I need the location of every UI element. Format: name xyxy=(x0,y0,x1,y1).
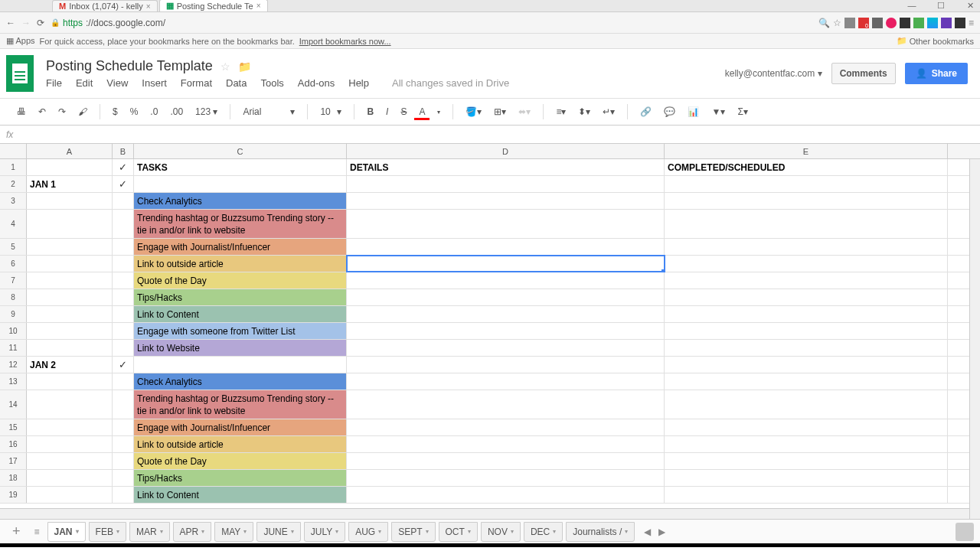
row-header[interactable]: 10 xyxy=(0,323,27,339)
cell[interactable] xyxy=(27,210,113,238)
browser-tab-gmail[interactable]: M Inbox (1,074) - kelly × xyxy=(52,0,158,11)
cell[interactable]: Engage with Journalist/Infuencer xyxy=(134,419,347,435)
apps-button[interactable]: ▦ Apps xyxy=(6,36,35,46)
ext-icon-8[interactable] xyxy=(941,18,952,28)
filter-button[interactable]: ▼▾ xyxy=(707,103,730,120)
user-account[interactable]: kelly@contentfac.com ▾ xyxy=(725,68,822,79)
cell[interactable]: Quote of the Day xyxy=(134,453,347,469)
sheet-tab-oct[interactable]: OCT▾ xyxy=(439,522,478,542)
cell[interactable] xyxy=(113,193,134,209)
cell[interactable]: Trending hashtag or Buzzsumo Trending st… xyxy=(134,210,347,238)
cell[interactable] xyxy=(113,210,134,238)
browser-tab-sheets[interactable]: ▦ Posting Schedule Te × xyxy=(159,0,268,11)
font-size-select[interactable]: 10▾ xyxy=(315,105,346,119)
cell[interactable] xyxy=(665,193,948,209)
row-header[interactable]: 2 xyxy=(0,176,27,192)
cell[interactable] xyxy=(665,210,948,238)
cell[interactable] xyxy=(665,272,948,289)
cell[interactable]: JAN 1 xyxy=(27,176,113,192)
row-header[interactable]: 7 xyxy=(0,272,27,289)
row-header[interactable]: 12 xyxy=(0,357,27,373)
row-header[interactable]: 4 xyxy=(0,210,27,238)
ext-icon-9[interactable] xyxy=(955,18,965,28)
comments-button[interactable]: Comments xyxy=(831,63,896,84)
cell[interactable]: Link to Website xyxy=(134,340,347,356)
select-all-corner[interactable] xyxy=(0,144,27,158)
cell[interactable] xyxy=(27,323,113,339)
close-icon[interactable]: × xyxy=(256,2,261,10)
star-icon[interactable]: ☆ xyxy=(833,18,841,28)
paint-format-button[interactable]: 🖌 xyxy=(74,103,92,120)
cell[interactable] xyxy=(665,289,948,305)
cell[interactable]: ✓ xyxy=(113,357,134,373)
column-header-b[interactable]: B xyxy=(113,144,134,158)
column-header-e[interactable]: E xyxy=(665,144,948,158)
ext-icon-4[interactable] xyxy=(886,18,897,28)
menu-edit[interactable]: Edit xyxy=(76,77,93,89)
row-header[interactable]: 13 xyxy=(0,373,27,390)
cell[interactable] xyxy=(113,340,134,356)
cell[interactable] xyxy=(27,193,113,209)
merge-button[interactable]: ⬌▾ xyxy=(514,103,535,120)
cell[interactable]: Link to outside article xyxy=(134,436,347,452)
cell[interactable] xyxy=(113,373,134,390)
italic-button[interactable]: I xyxy=(381,103,393,120)
sheets-logo[interactable] xyxy=(6,55,34,92)
minimize-button[interactable]: — xyxy=(905,0,919,11)
cell[interactable] xyxy=(665,436,948,452)
add-sheet-button[interactable]: + xyxy=(6,523,27,540)
cell[interactable] xyxy=(27,487,113,503)
cell[interactable] xyxy=(347,289,665,305)
cell[interactable] xyxy=(665,390,948,419)
wrap-button[interactable]: ↵▾ xyxy=(598,103,619,120)
increase-decimal-button[interactable]: .00 xyxy=(165,103,188,120)
menu-icon[interactable]: ≡ xyxy=(969,18,974,28)
ext-icon-7[interactable] xyxy=(927,18,938,28)
cell[interactable] xyxy=(347,256,665,272)
text-color-button[interactable]: A xyxy=(414,103,430,120)
cell[interactable] xyxy=(113,436,134,452)
row-header[interactable]: 15 xyxy=(0,419,27,435)
dropdown-icon[interactable]: ▾ xyxy=(433,106,445,119)
cell[interactable] xyxy=(27,453,113,469)
cell[interactable] xyxy=(665,373,948,390)
ext-icon-3[interactable] xyxy=(872,18,883,28)
cell[interactable] xyxy=(113,272,134,289)
cell[interactable]: Link to outside article xyxy=(134,256,347,272)
cell[interactable] xyxy=(347,390,665,419)
ext-icon-2[interactable]: 0 xyxy=(858,18,869,28)
cell[interactable] xyxy=(113,470,134,486)
row-header[interactable]: 9 xyxy=(0,306,27,322)
sheet-tab-may[interactable]: MAY▾ xyxy=(214,522,253,542)
halign-button[interactable]: ≡▾ xyxy=(551,103,570,120)
cell[interactable] xyxy=(665,340,948,356)
sheet-tab-june[interactable]: JUNE▾ xyxy=(256,522,300,542)
cell[interactable]: Link to Content xyxy=(134,306,347,322)
cell[interactable] xyxy=(27,470,113,486)
menu-file[interactable]: File xyxy=(46,77,62,89)
cell[interactable]: Quote of the Day xyxy=(134,272,347,289)
document-title[interactable]: Posting Schedule Template xyxy=(46,58,213,74)
ext-icon-1[interactable] xyxy=(844,18,855,28)
sheet-tab-feb[interactable]: FEB▾ xyxy=(89,522,126,542)
row-header[interactable]: 19 xyxy=(0,487,27,503)
cells-grid[interactable]: 1✓TASKSDETAILSCOMPLETED/SCHEDULED2JAN 1✓… xyxy=(0,159,980,507)
cell[interactable] xyxy=(27,436,113,452)
cell[interactable] xyxy=(347,453,665,469)
sheet-tab-journalists[interactable]: Journalists /▾ xyxy=(566,522,635,542)
row-header[interactable]: 8 xyxy=(0,289,27,305)
cell[interactable] xyxy=(665,470,948,486)
cell[interactable] xyxy=(665,357,948,373)
row-header[interactable]: 14 xyxy=(0,390,27,419)
maximize-button[interactable]: ☐ xyxy=(934,0,948,11)
cell[interactable] xyxy=(27,390,113,419)
sheet-tab-nov[interactable]: NOV▾ xyxy=(481,522,521,542)
print-button[interactable]: 🖶 xyxy=(12,103,31,120)
row-header[interactable]: 5 xyxy=(0,239,27,255)
tab-scroll-left[interactable]: ◀ xyxy=(644,527,651,537)
cell[interactable]: Trending hashtag or Buzzsumo Trending st… xyxy=(134,390,347,419)
cell[interactable] xyxy=(27,159,113,175)
cell[interactable] xyxy=(665,306,948,322)
url-input[interactable]: 🔒 https://docs.google.com/ xyxy=(51,18,812,28)
row-header[interactable]: 6 xyxy=(0,256,27,272)
